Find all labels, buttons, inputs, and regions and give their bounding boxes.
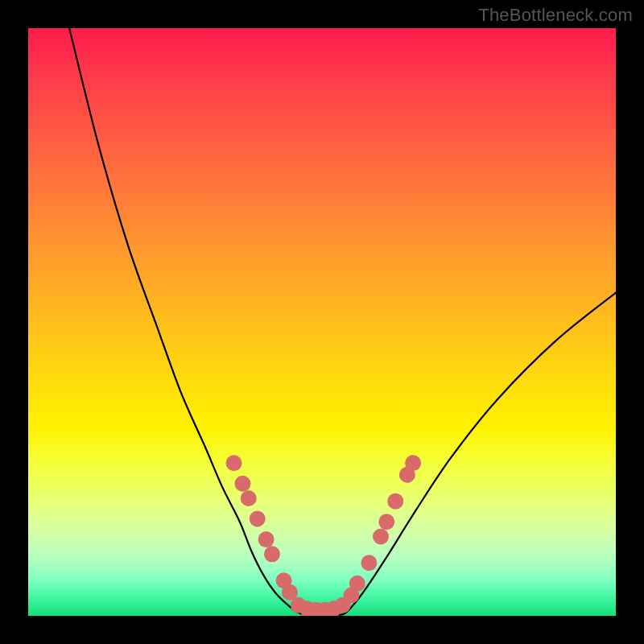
data-point-marker [349,576,365,592]
data-point-marker [361,555,377,571]
markers-layer [226,455,422,616]
data-point-marker [387,493,403,510]
data-point-marker [258,531,275,547]
data-point-marker [405,455,421,471]
plot-area [28,28,616,616]
data-point-marker [241,490,257,506]
data-point-marker [250,511,266,527]
chart-container: TheBottleneck.com [0,0,644,644]
data-point-marker [234,476,250,492]
data-point-marker [378,514,394,530]
data-point-marker [226,455,242,471]
chart-svg [28,28,616,616]
lines-layer [69,28,616,615]
data-point-marker [373,528,389,544]
bottleneck-curve [69,28,616,615]
data-point-marker [264,546,280,562]
watermark-label: TheBottleneck.com [478,5,633,26]
